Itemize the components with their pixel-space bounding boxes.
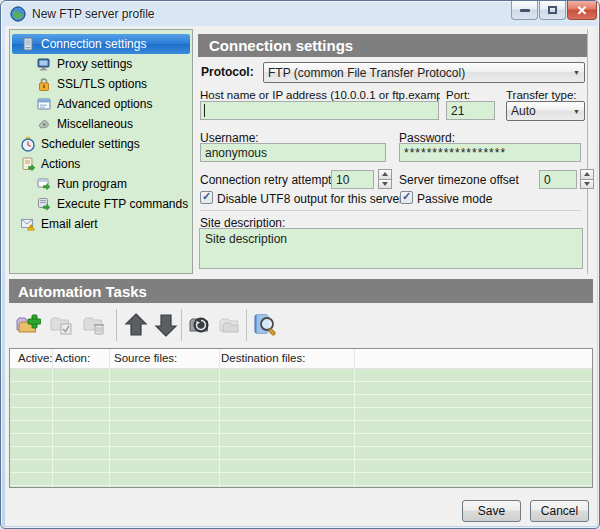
close-icon: ✕ <box>577 4 588 17</box>
toolbar-separator <box>246 309 247 341</box>
spin-down-button[interactable] <box>378 180 392 190</box>
column-header-active[interactable]: Active: <box>18 352 53 364</box>
add-task-icon <box>15 312 41 338</box>
sidebar-item-label: Execute FTP commands <box>57 197 188 211</box>
host-label: Host name or IP address (10.0.0.1 or ftp… <box>200 89 440 101</box>
transfer-type-value: Auto <box>511 104 569 118</box>
move-task-up-button[interactable] <box>121 309 151 341</box>
host-input[interactable] <box>200 101 439 120</box>
sidebar-item-label: Miscellaneous <box>57 117 133 131</box>
chevron-down-icon: ▼ <box>573 69 580 76</box>
triangle-up-icon <box>584 172 590 176</box>
column-separator <box>219 349 220 368</box>
sidebar-item-actions[interactable]: Actions <box>12 154 190 174</box>
actions-icon <box>20 156 36 172</box>
port-input[interactable] <box>446 101 495 120</box>
sidebar-item-label: SSL/TLS options <box>57 77 147 91</box>
proxy-icon <box>36 56 52 72</box>
utf8-checkbox-label: Disable UTF8 output for this server <box>217 192 403 206</box>
password-input[interactable] <box>399 143 581 162</box>
passive-mode-checkbox[interactable] <box>400 191 413 204</box>
maximize-icon <box>548 6 557 14</box>
panel-divider <box>587 29 588 274</box>
transfer-type-dropdown[interactable]: Auto ▼ <box>506 101 585 121</box>
column-separator <box>109 369 110 487</box>
retry-attempts-stepper <box>378 169 392 189</box>
username-input[interactable] <box>200 143 386 162</box>
email-alert-icon <box>20 216 36 232</box>
sidebar-item-label: Proxy settings <box>57 57 132 71</box>
cancel-button[interactable]: Cancel <box>530 500 589 522</box>
copy-task-button[interactable] <box>215 309 245 341</box>
timezone-offset-label: Server timezone offset <box>399 173 519 187</box>
sidebar-item-execute-ftp-commands[interactable]: Execute FTP commands <box>12 194 190 214</box>
column-separator <box>52 369 53 487</box>
column-header-source[interactable]: Source files: <box>114 352 177 364</box>
column-header-action[interactable]: Action: <box>55 352 90 364</box>
connection-settings-icon <box>20 36 36 52</box>
task-table-header: Active: Action: Source files: Destinatio… <box>10 349 592 369</box>
edit-task-button[interactable] <box>46 309 76 341</box>
protocol-dropdown[interactable]: FTP (common File Transfer Protocol) ▼ <box>263 62 585 83</box>
sidebar-item-connection-settings[interactable]: Connection settings <box>12 34 190 54</box>
dialog-window: New FTP server profile ✕ Connection sett… <box>0 0 600 529</box>
miscellaneous-icon <box>36 116 52 132</box>
move-task-down-button[interactable] <box>151 309 181 341</box>
protocol-label: Protocol: <box>201 65 254 79</box>
delete-task-button[interactable] <box>79 309 109 341</box>
maximize-button[interactable] <box>539 1 566 20</box>
column-header-destination[interactable]: Destination files: <box>221 352 305 364</box>
run-program-icon <box>36 176 52 192</box>
sidebar-item-ssl-tls-options[interactable]: SSL/TLS options <box>12 74 190 94</box>
triangle-up-icon <box>382 172 388 176</box>
sidebar-item-email-alert[interactable]: Email alert <box>12 214 190 234</box>
minimize-button[interactable] <box>511 1 538 20</box>
sidebar-item-advanced-options[interactable]: Advanced options <box>12 94 190 114</box>
run-task-button[interactable] <box>185 309 215 341</box>
sidebar-item-miscellaneous[interactable]: Miscellaneous <box>12 114 190 134</box>
retry-attempts-input[interactable] <box>331 170 374 189</box>
timezone-offset-input[interactable] <box>539 170 577 189</box>
scheduler-clock-icon <box>20 136 36 152</box>
execute-ftp-icon <box>36 196 52 212</box>
settings-tree: Connection settings Proxy settings SSL/T… <box>9 29 193 274</box>
transfer-type-label: Transfer type: <box>506 89 577 101</box>
protocol-value: FTP (common File Transfer Protocol) <box>268 66 569 80</box>
column-separator <box>354 369 355 487</box>
add-task-button[interactable] <box>13 309 43 341</box>
sidebar-item-proxy-settings[interactable]: Proxy settings <box>12 54 190 74</box>
spin-up-button[interactable] <box>580 169 594 180</box>
sidebar-item-label: Actions <box>41 157 80 171</box>
sidebar-item-scheduler-settings[interactable]: Scheduler settings <box>12 134 190 154</box>
close-button[interactable]: ✕ <box>567 1 597 20</box>
run-task-icon <box>187 312 213 338</box>
spin-up-button[interactable] <box>378 169 392 180</box>
minimize-icon <box>520 9 530 12</box>
site-description-textarea[interactable]: Site description <box>199 228 583 269</box>
sidebar-item-label: Connection settings <box>41 37 146 51</box>
arrow-up-icon <box>123 312 149 338</box>
utf8-checkbox[interactable] <box>200 191 213 204</box>
search-book-icon <box>252 312 278 338</box>
lock-icon <box>36 76 52 92</box>
sidebar-item-run-program[interactable]: Run program <box>12 174 190 194</box>
automation-tasks-header: Automation Tasks <box>9 279 593 303</box>
advanced-options-icon <box>36 96 52 112</box>
automation-toolbar <box>9 305 593 346</box>
save-button[interactable]: Save <box>462 500 521 522</box>
task-table: Active: Action: Source files: Destinatio… <box>9 348 593 488</box>
preview-tasks-button[interactable] <box>250 309 280 341</box>
task-list-area[interactable] <box>10 369 592 487</box>
window-title: New FTP server profile <box>32 7 154 21</box>
text-caret <box>204 104 205 117</box>
passive-mode-label: Passive mode <box>417 192 492 206</box>
timezone-offset-stepper <box>580 169 594 189</box>
app-globe-icon <box>10 6 26 22</box>
spin-down-button[interactable] <box>580 180 594 190</box>
retry-attempts-label: Connection retry attempts <box>200 173 337 187</box>
column-separator <box>109 349 110 368</box>
toolbar-separator <box>116 309 117 341</box>
triangle-down-icon <box>382 182 388 186</box>
chevron-down-icon: ▼ <box>573 108 580 115</box>
column-separator <box>354 349 355 368</box>
